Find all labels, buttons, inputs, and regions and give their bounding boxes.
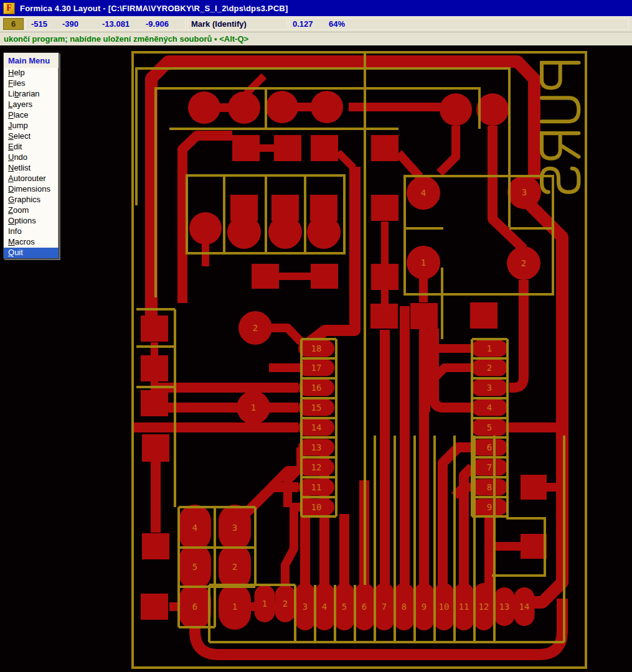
pcb-pad[interactable] xyxy=(521,534,547,559)
cursor-coordinates: -515 -390 -13.081 -9.906 xyxy=(26,18,186,30)
grid-step-value: 0.127 xyxy=(293,19,313,29)
pcb-pad[interactable] xyxy=(141,594,168,620)
pcb-pad[interactable] xyxy=(228,91,260,124)
pcb-pad-label: 2 xyxy=(283,599,288,609)
pcb-pad-label: 18 xyxy=(311,343,322,353)
pcb-pad[interactable] xyxy=(227,215,261,249)
pcb-pad[interactable] xyxy=(142,533,169,559)
app-icon: F xyxy=(3,2,15,14)
pcb-pad-label: 4 xyxy=(192,523,197,533)
pcb-pad-label: 16 xyxy=(311,383,322,393)
pcb-pad-label: 4 xyxy=(421,188,426,198)
pcb-pad[interactable] xyxy=(232,135,260,161)
active-layer-indicator[interactable]: 6 xyxy=(3,18,24,30)
pcb-pad[interactable] xyxy=(311,135,338,161)
pcb-pad-label: 3 xyxy=(303,602,308,612)
pcb-pad[interactable] xyxy=(307,215,341,249)
hint-line: ukončí program; nabídne uložení změněnýc… xyxy=(0,32,632,45)
menu-item-edit[interactable]: Edit xyxy=(4,142,59,152)
menu-item-place[interactable]: Place xyxy=(4,110,59,121)
menu-title: Main Menu xyxy=(4,53,59,68)
pcb-pad-label: 6 xyxy=(192,602,197,612)
pcb-pad[interactable] xyxy=(142,434,169,462)
pcb-pad-label: 5 xyxy=(192,562,197,572)
pcb-pad[interactable] xyxy=(141,355,168,381)
pcb-pad-label: 2 xyxy=(487,363,492,373)
menu-item-jump[interactable]: Jump xyxy=(4,121,59,131)
menu-item-info[interactable]: Info xyxy=(4,226,59,237)
pcb-pad[interactable] xyxy=(371,135,399,161)
pcb-pad-label: 2 xyxy=(232,562,237,572)
pcb-pad[interactable] xyxy=(370,304,398,329)
pcb-pad-label: 6 xyxy=(362,602,367,612)
pcb-pad[interactable] xyxy=(189,212,222,245)
pcb-pad-label: 3 xyxy=(487,383,492,393)
grid-zoom-indicator: 0.127 64% xyxy=(289,18,629,30)
pcb-pad[interactable] xyxy=(410,303,438,329)
menu-item-quit[interactable]: Quit xyxy=(4,248,59,258)
pcb-pad-label: 2 xyxy=(253,323,258,333)
coord-x-units: -515 xyxy=(31,19,47,29)
pcb-canvas[interactable]: 4132211817161514131211101234567894563211… xyxy=(0,45,632,672)
pcb-pad[interactable] xyxy=(188,91,220,124)
pcb-pad-label: 9 xyxy=(422,602,427,612)
status-toolbar: 6 -515 -390 -13.081 -9.906 Mark (Identif… xyxy=(0,16,632,32)
pcb-pad-label: 6 xyxy=(487,442,492,452)
pcb-pad-label: 14 xyxy=(519,602,530,612)
pcb-pad[interactable] xyxy=(476,93,509,126)
main-menu-popup: Main Menu HelpFilesLibrarianLayersPlaceJ… xyxy=(3,52,59,259)
pcb-pad-label: 1 xyxy=(262,599,267,609)
zoom-level-value: 64% xyxy=(329,19,345,29)
pcb-pad[interactable] xyxy=(252,264,279,289)
menu-item-undo[interactable]: Undo xyxy=(4,152,59,163)
menu-item-librarian[interactable]: Librarian xyxy=(4,89,59,100)
mode-indicator[interactable]: Mark (Identify) xyxy=(187,18,287,30)
menu-item-layers[interactable]: Layers xyxy=(4,100,59,110)
menu-item-list: HelpFilesLibrarianLayersPlaceJumpSelectE… xyxy=(4,68,59,258)
pcb-pad[interactable] xyxy=(141,390,168,416)
pcb-pad[interactable] xyxy=(266,91,298,123)
pcb-pad-label: 13 xyxy=(311,442,322,452)
coord-x-mm: -13.081 xyxy=(102,19,130,29)
menu-item-graphics[interactable]: Graphics xyxy=(4,195,59,205)
pcb-pad-label: 7 xyxy=(382,602,387,612)
title-bar[interactable]: F Formica 4.30 Layout - [C:\FIRMA\VYROBK… xyxy=(0,0,632,16)
pcb-pad-label: 5 xyxy=(487,422,492,432)
pcb-pad-label: 1 xyxy=(251,403,256,413)
menu-item-help[interactable]: Help xyxy=(4,68,59,78)
pcb-pad-label: 4 xyxy=(322,602,327,612)
pcb-pad-label: 9 xyxy=(487,502,492,512)
pcb-pad[interactable] xyxy=(311,91,343,123)
pcb-pad-label: 8 xyxy=(487,482,492,492)
coord-y-mm: -9.906 xyxy=(146,19,169,29)
pcb-pad-label: 2 xyxy=(521,258,526,268)
pcb-pad[interactable] xyxy=(274,135,301,161)
pcb-pad-label: 5 xyxy=(342,602,347,612)
pcb-pad-label: 4 xyxy=(487,403,492,413)
pcb-pad-label: 12 xyxy=(311,462,322,472)
pcb-pad-label: 1 xyxy=(487,343,492,353)
pcb-pad[interactable] xyxy=(440,93,472,126)
pcb-pad[interactable] xyxy=(371,195,399,221)
menu-item-netlist[interactable]: Netlist xyxy=(4,163,59,174)
menu-item-autorouter[interactable]: Autorouter xyxy=(4,174,59,184)
pcb-pad-label: 12 xyxy=(479,602,489,612)
pcb-pad-label: 10 xyxy=(311,502,322,512)
pcb-pad-label: 17 xyxy=(311,363,322,373)
pcb-pad[interactable] xyxy=(268,215,302,249)
pcb-pad[interactable] xyxy=(371,264,399,290)
menu-item-files[interactable]: Files xyxy=(4,78,59,89)
menu-item-options[interactable]: Options xyxy=(4,216,59,226)
pcb-pad-label: 10 xyxy=(439,602,450,612)
pcb-pad[interactable] xyxy=(311,264,338,289)
pcb-pad-label: 11 xyxy=(311,482,322,492)
pcb-pad[interactable] xyxy=(141,315,168,342)
pcb-pad-label: 1 xyxy=(421,258,426,268)
pcb-pad[interactable] xyxy=(470,302,498,329)
menu-item-dimensions[interactable]: Dimensions xyxy=(4,184,59,195)
pcb-pad[interactable] xyxy=(521,475,547,500)
menu-item-zoom[interactable]: Zoom xyxy=(4,205,59,216)
menu-item-select[interactable]: Select xyxy=(4,131,59,142)
pcb-drawing[interactable]: 4132211817161514131211101234567894563211… xyxy=(0,45,632,672)
menu-item-macros[interactable]: Macros xyxy=(4,237,59,248)
